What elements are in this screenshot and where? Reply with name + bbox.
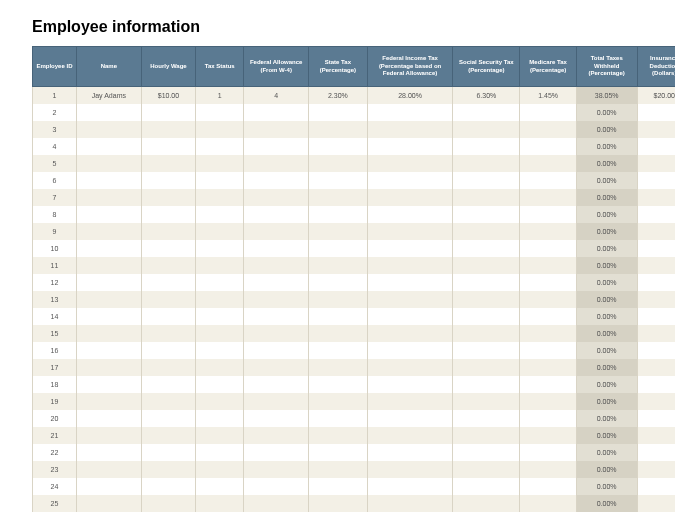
cell-federal-allowance[interactable]: [244, 274, 309, 291]
cell-total-taxes[interactable]: 0.00%: [576, 359, 637, 376]
cell-employee-id[interactable]: 5: [33, 155, 77, 172]
cell-state-tax[interactable]: [309, 495, 368, 512]
cell-hourly-wage[interactable]: [141, 342, 195, 359]
cell-state-tax[interactable]: [309, 206, 368, 223]
cell-federal-income-tax[interactable]: [367, 410, 453, 427]
cell-federal-allowance[interactable]: [244, 410, 309, 427]
cell-hourly-wage[interactable]: [141, 325, 195, 342]
cell-tax-status[interactable]: [196, 155, 244, 172]
cell-federal-allowance[interactable]: [244, 461, 309, 478]
cell-state-tax[interactable]: [309, 138, 368, 155]
cell-state-tax[interactable]: [309, 359, 368, 376]
cell-total-taxes[interactable]: 0.00%: [576, 325, 637, 342]
cell-total-taxes[interactable]: 0.00%: [576, 121, 637, 138]
cell-medicare-tax[interactable]: [520, 342, 576, 359]
cell-social-security-tax[interactable]: [453, 257, 520, 274]
cell-medicare-tax[interactable]: 1.45%: [520, 87, 576, 104]
cell-total-taxes[interactable]: 0.00%: [576, 308, 637, 325]
cell-employee-id[interactable]: 7: [33, 189, 77, 206]
cell-hourly-wage[interactable]: [141, 206, 195, 223]
cell-social-security-tax[interactable]: [453, 223, 520, 240]
cell-insurance-deduction[interactable]: [637, 359, 675, 376]
cell-tax-status[interactable]: [196, 291, 244, 308]
cell-total-taxes[interactable]: 0.00%: [576, 478, 637, 495]
cell-total-taxes[interactable]: 0.00%: [576, 376, 637, 393]
cell-federal-allowance[interactable]: [244, 138, 309, 155]
cell-state-tax[interactable]: [309, 104, 368, 121]
cell-federal-allowance[interactable]: [244, 291, 309, 308]
cell-total-taxes[interactable]: 0.00%: [576, 138, 637, 155]
cell-social-security-tax[interactable]: [453, 393, 520, 410]
cell-name[interactable]: [76, 223, 141, 240]
cell-total-taxes[interactable]: 0.00%: [576, 172, 637, 189]
cell-name[interactable]: [76, 172, 141, 189]
cell-federal-allowance[interactable]: [244, 223, 309, 240]
cell-federal-income-tax[interactable]: [367, 138, 453, 155]
cell-tax-status[interactable]: [196, 359, 244, 376]
cell-employee-id[interactable]: 24: [33, 478, 77, 495]
cell-federal-allowance[interactable]: [244, 393, 309, 410]
cell-insurance-deduction[interactable]: [637, 342, 675, 359]
cell-federal-income-tax[interactable]: [367, 495, 453, 512]
cell-name[interactable]: [76, 121, 141, 138]
cell-medicare-tax[interactable]: [520, 427, 576, 444]
cell-federal-allowance[interactable]: [244, 376, 309, 393]
cell-tax-status[interactable]: [196, 138, 244, 155]
cell-total-taxes[interactable]: 0.00%: [576, 393, 637, 410]
cell-tax-status[interactable]: [196, 393, 244, 410]
cell-federal-income-tax[interactable]: [367, 359, 453, 376]
cell-social-security-tax[interactable]: [453, 155, 520, 172]
cell-insurance-deduction[interactable]: [637, 393, 675, 410]
cell-state-tax[interactable]: [309, 308, 368, 325]
cell-state-tax[interactable]: [309, 478, 368, 495]
cell-hourly-wage[interactable]: [141, 376, 195, 393]
cell-federal-income-tax[interactable]: [367, 172, 453, 189]
cell-federal-income-tax[interactable]: [367, 461, 453, 478]
cell-federal-allowance[interactable]: [244, 342, 309, 359]
cell-name[interactable]: [76, 240, 141, 257]
cell-federal-income-tax[interactable]: [367, 223, 453, 240]
cell-medicare-tax[interactable]: [520, 495, 576, 512]
cell-federal-income-tax[interactable]: 28.00%: [367, 87, 453, 104]
cell-name[interactable]: [76, 104, 141, 121]
cell-hourly-wage[interactable]: $10.00: [141, 87, 195, 104]
cell-insurance-deduction[interactable]: [637, 376, 675, 393]
cell-total-taxes[interactable]: 0.00%: [576, 495, 637, 512]
cell-tax-status[interactable]: [196, 495, 244, 512]
cell-insurance-deduction[interactable]: [637, 121, 675, 138]
cell-total-taxes[interactable]: 0.00%: [576, 206, 637, 223]
cell-medicare-tax[interactable]: [520, 138, 576, 155]
cell-employee-id[interactable]: 8: [33, 206, 77, 223]
cell-name[interactable]: Jay Adams: [76, 87, 141, 104]
cell-tax-status[interactable]: [196, 223, 244, 240]
cell-name[interactable]: [76, 359, 141, 376]
cell-social-security-tax[interactable]: [453, 291, 520, 308]
cell-state-tax[interactable]: [309, 342, 368, 359]
cell-tax-status[interactable]: [196, 342, 244, 359]
cell-federal-allowance[interactable]: [244, 308, 309, 325]
cell-employee-id[interactable]: 11: [33, 257, 77, 274]
cell-total-taxes[interactable]: 0.00%: [576, 444, 637, 461]
cell-state-tax[interactable]: [309, 291, 368, 308]
cell-hourly-wage[interactable]: [141, 291, 195, 308]
cell-federal-allowance[interactable]: [244, 478, 309, 495]
cell-state-tax[interactable]: [309, 274, 368, 291]
cell-name[interactable]: [76, 325, 141, 342]
cell-tax-status[interactable]: [196, 308, 244, 325]
cell-name[interactable]: [76, 138, 141, 155]
cell-employee-id[interactable]: 22: [33, 444, 77, 461]
cell-total-taxes[interactable]: 0.00%: [576, 342, 637, 359]
cell-total-taxes[interactable]: 0.00%: [576, 427, 637, 444]
cell-medicare-tax[interactable]: [520, 155, 576, 172]
cell-state-tax[interactable]: [309, 461, 368, 478]
cell-employee-id[interactable]: 18: [33, 376, 77, 393]
cell-social-security-tax[interactable]: [453, 461, 520, 478]
cell-federal-income-tax[interactable]: [367, 274, 453, 291]
cell-social-security-tax[interactable]: [453, 206, 520, 223]
cell-name[interactable]: [76, 376, 141, 393]
cell-insurance-deduction[interactable]: [637, 155, 675, 172]
cell-federal-allowance[interactable]: [244, 172, 309, 189]
cell-state-tax[interactable]: [309, 240, 368, 257]
cell-federal-income-tax[interactable]: [367, 376, 453, 393]
cell-hourly-wage[interactable]: [141, 444, 195, 461]
